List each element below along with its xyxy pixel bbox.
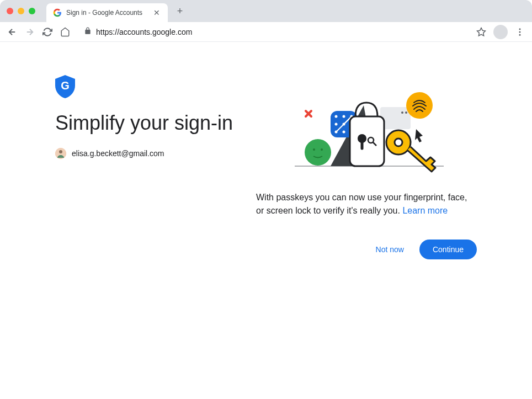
reload-button[interactable] [40,24,55,40]
not-now-button[interactable]: Not now [367,240,413,259]
svg-point-5 [59,150,62,153]
learn-more-link[interactable]: Learn more [402,206,448,215]
url-text: https://accounts.google.com [96,28,192,36]
svg-point-24 [405,111,407,114]
svg-point-12 [343,115,345,118]
passkey-description: With passkeys you can now use your finge… [256,191,477,217]
home-button[interactable] [57,24,73,40]
svg-point-9 [321,148,323,151]
main-content: G Simplify your sign-in elisa.g.beckett@… [0,42,532,292]
account-selector[interactable]: elisa.g.beckett@gmail.com [55,148,234,159]
svg-point-8 [313,148,315,151]
back-button[interactable] [4,24,20,40]
right-column: With passkeys you can now use your finge… [256,75,477,259]
tab-title: Sign in - Google Accounts [66,9,148,17]
svg-point-23 [401,111,403,114]
browser-toolbar: https://accounts.google.com [0,22,532,42]
window-minimize-button[interactable] [18,8,24,14]
google-shield-icon: G [55,75,75,98]
tab-close-icon[interactable]: ✕ [152,8,161,17]
forward-button[interactable] [22,24,38,40]
profile-avatar[interactable] [493,25,508,39]
window-maximize-button[interactable] [29,8,35,14]
bookmark-button[interactable] [474,24,489,40]
window-close-button[interactable] [7,8,13,14]
svg-rect-25 [350,116,384,166]
svg-point-14 [335,123,338,126]
account-email: elisa.g.beckett@gmail.com [72,149,164,158]
svg-point-11 [335,115,338,118]
menu-button[interactable] [512,24,528,40]
left-column: G Simplify your sign-in elisa.g.beckett@… [55,75,234,259]
passkey-illustration [278,75,455,174]
continue-button[interactable]: Continue [419,240,477,259]
page-title: Simplify your sign-in [55,111,234,135]
svg-point-31 [406,92,433,119]
window-controls [7,8,35,14]
new-tab-button[interactable]: + [172,3,188,19]
svg-point-2 [519,34,521,35]
google-favicon-icon [53,8,62,17]
browser-tab-bar: Sign in - Google Accounts ✕ + [0,0,532,22]
user-avatar-icon [55,148,66,159]
address-bar[interactable]: https://accounts.google.com [77,24,469,40]
lock-icon [84,27,92,37]
svg-point-1 [519,31,521,33]
svg-point-7 [305,139,331,166]
action-buttons: Not now Continue [256,240,477,259]
svg-point-30 [395,139,402,146]
svg-text:G: G [61,79,70,92]
svg-point-18 [343,131,345,134]
svg-point-0 [519,28,521,30]
browser-tab[interactable]: Sign in - Google Accounts ✕ [46,3,168,22]
